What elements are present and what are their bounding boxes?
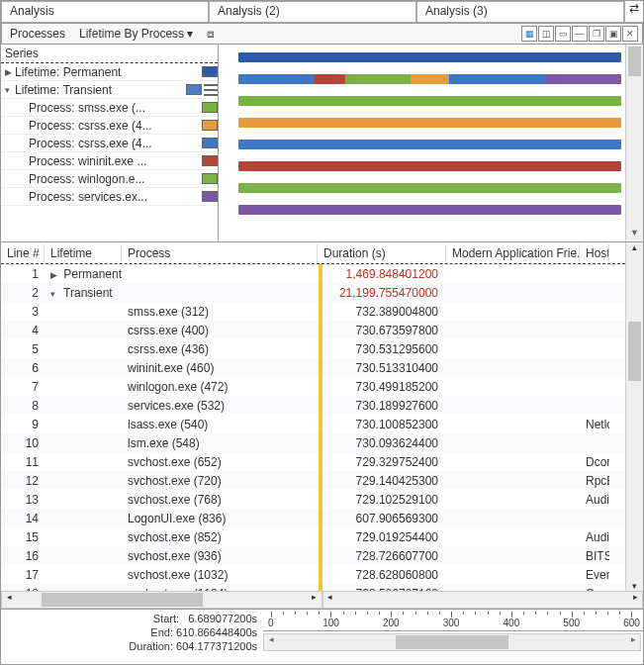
series-item[interactable]: Process: csrss.exe (4... [1, 117, 218, 135]
restore-icon[interactable]: ▣ [605, 26, 621, 42]
series-item[interactable]: Process: smss.exe (... [1, 99, 218, 117]
cell-duration: 730.499185200 [318, 379, 446, 395]
table-row[interactable]: 4csrss.exe (400)730.673597800 [1, 321, 625, 339]
table-row[interactable]: 17svchost.exe (1032)728.628060800Even [1, 565, 625, 584]
cell-app [446, 386, 580, 388]
ruler-scrollbar[interactable]: ◂ ▸ [263, 633, 641, 651]
table-body: 1▶ Permanent1,469.8484012002▾ Transient2… [1, 264, 625, 591]
timeline-bar[interactable] [238, 140, 621, 149]
col-host[interactable]: Host [580, 244, 609, 262]
expander-icon[interactable]: ▾ [5, 85, 15, 95]
right-hscroll[interactable]: ◂ ▸ [322, 591, 644, 609]
table-row[interactable]: 2▾ Transient21,199.755470000 [1, 283, 625, 302]
series-item[interactable]: Process: services.ex... [1, 188, 218, 206]
table-row[interactable]: 9lsass.exe (540)730.100852300Netlo [1, 415, 625, 433]
cell-line: 3 [1, 304, 45, 320]
minimize-icon[interactable]: — [572, 26, 588, 42]
timeline-bar[interactable] [238, 161, 621, 171]
graph-body[interactable] [219, 45, 625, 241]
timeline-bar[interactable] [238, 183, 621, 193]
highlight-region-icon[interactable]: ⧈ [203, 26, 219, 42]
scroll-thumb[interactable] [42, 593, 203, 607]
time-ruler[interactable]: 0100200300400500600 [263, 610, 643, 631]
series-header: Series [1, 45, 218, 63]
cell-app [446, 311, 580, 313]
cell-duration: 730.531295600 [318, 341, 446, 357]
col-process[interactable]: Process [122, 244, 318, 262]
cell-host [580, 311, 609, 313]
expander-icon[interactable]: ▶ [5, 67, 15, 77]
timeline-bar[interactable] [238, 74, 621, 84]
cell-process: svchost.exe (936) [122, 548, 318, 564]
close-icon[interactable]: ✕ [622, 26, 638, 42]
table-row[interactable]: 6wininit.exe (460)730.513310400 [1, 358, 625, 377]
hamburger-icon[interactable] [204, 84, 218, 96]
tab-analysis-1[interactable]: Analysis [1, 1, 209, 22]
maximize-icon[interactable]: ❐ [589, 26, 604, 42]
timeline-bar[interactable] [238, 205, 621, 215]
series-item[interactable]: ▶Lifetime: Permanent [1, 63, 218, 81]
cell-line: 4 [1, 323, 45, 338]
col-lifetime[interactable]: Lifetime [45, 244, 122, 262]
expander-icon[interactable]: ▶ [50, 270, 60, 280]
layout-split-icon[interactable]: ◫ [538, 26, 554, 42]
table-row[interactable]: 13svchost.exe (768)729.102529100Audi [1, 490, 625, 509]
layout-table-icon[interactable]: ▭ [555, 26, 571, 42]
scroll-right-icon[interactable]: ▸ [626, 634, 640, 650]
cell-duration: 730.673597800 [318, 323, 446, 338]
table-row[interactable]: 1▶ Permanent1,469.848401200 [1, 264, 625, 283]
cell-app [446, 367, 580, 369]
tab-analysis-2[interactable]: Analysis (2) [209, 1, 416, 22]
cell-app [446, 574, 580, 576]
scroll-thumb[interactable] [628, 47, 641, 76]
series-item[interactable]: ▾Lifetime: Transient [1, 81, 218, 99]
scroll-left-icon[interactable]: ◂ [264, 634, 278, 650]
timeline-bar[interactable] [238, 52, 621, 62]
timeline-bar[interactable] [238, 118, 621, 128]
col-line[interactable]: Line # [1, 244, 45, 262]
processes-button[interactable]: Processes [6, 26, 69, 42]
column-separator-bar[interactable] [319, 264, 322, 591]
col-duration[interactable]: Duration (s) [318, 244, 446, 262]
tab-analysis-3[interactable]: Analysis (3) [416, 1, 624, 22]
table-row[interactable]: 15svchost.exe (852)729.019254400Audi [1, 527, 625, 546]
cell-duration: 729.019254400 [318, 529, 446, 545]
table-row[interactable]: 5csrss.exe (436)730.531295600 [1, 339, 625, 358]
scroll-up-icon[interactable]: ▴ [626, 242, 643, 252]
table-row[interactable]: 12svchost.exe (720)729.140425300RpcE [1, 471, 625, 490]
cell-process: svchost.exe (768) [122, 492, 318, 508]
table-row[interactable]: 10lsm.exe (548)730.093624400 [1, 433, 625, 452]
col-app[interactable]: Modern Application Frie... [446, 244, 580, 262]
table-row[interactable]: 8services.exe (532)730.189927600 [1, 396, 625, 415]
scroll-down-icon[interactable]: ▼ [626, 228, 643, 241]
tab-overflow-icon[interactable]: ⇄ [624, 1, 643, 22]
lifetime-by-process-dropdown[interactable]: Lifetime By Process ▾ [75, 26, 197, 42]
series-item[interactable]: Process: wininit.exe ... [1, 152, 218, 170]
graph-vertical-scrollbar[interactable]: ▲ ▼ [625, 45, 643, 241]
table-vertical-scrollbar[interactable]: ▴ ▾ [625, 242, 643, 591]
table-row[interactable]: 16svchost.exe (936)728.726607700BITS, [1, 546, 625, 565]
cell-line: 1 [1, 266, 45, 282]
expander-icon[interactable]: ▾ [50, 289, 60, 299]
table-row[interactable]: 7winlogon.exe (472)730.499185200 [1, 377, 625, 396]
cell-app [446, 348, 580, 350]
scroll-thumb[interactable] [628, 322, 641, 381]
table-row[interactable]: 3smss.exe (312)732.389004800 [1, 302, 625, 321]
table-row[interactable]: 11svchost.exe (652)729.329752400Dcor [1, 452, 625, 471]
scroll-down-icon[interactable]: ▾ [626, 581, 643, 591]
table-row[interactable]: 14LogonUI.exe (836)607.906569300 [1, 509, 625, 527]
table-row[interactable]: 18svchost.exe (1124)728.526727100Cryp [1, 584, 625, 591]
series-item[interactable]: Process: csrss.exe (4... [1, 135, 218, 152]
ruler-tick-label: 0 [268, 618, 274, 628]
scroll-thumb[interactable] [396, 635, 508, 649]
cell-lifetime [45, 574, 122, 576]
cell-lifetime: ▶ Permanent [45, 266, 122, 282]
timeline-bar[interactable] [238, 96, 621, 106]
left-hscroll[interactable]: ◂ ▸ [1, 591, 322, 609]
graph-panel: ▲ ▼ [219, 45, 643, 241]
series-item[interactable]: Process: winlogon.e... [1, 170, 218, 188]
cell-process: smss.exe (312) [122, 304, 318, 320]
layout-full-icon[interactable]: ▦ [521, 26, 537, 42]
series-panel: Series ▶Lifetime: Permanent▾Lifetime: Tr… [1, 45, 219, 241]
cell-line: 8 [1, 398, 45, 414]
